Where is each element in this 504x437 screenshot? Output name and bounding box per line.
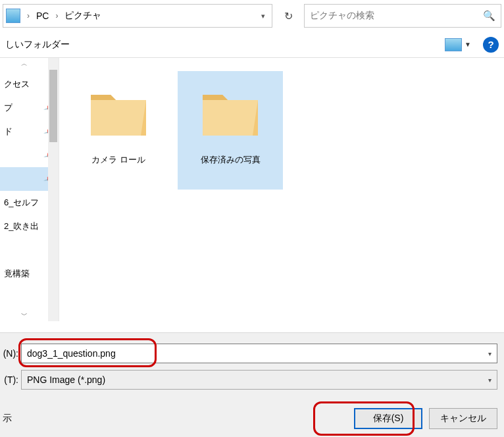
- save-button[interactable]: 保存(S): [354, 408, 422, 429]
- folder-item[interactable]: 保存済みの写真: [178, 71, 283, 190]
- search-input[interactable]: ピクチャの検索 🔍: [304, 4, 501, 28]
- filename-input[interactable]: [22, 348, 483, 359]
- chevron-down-icon[interactable]: ▾: [257, 12, 269, 20]
- folder-icon: [86, 80, 151, 146]
- chevron-down-icon[interactable]: ▼: [465, 41, 471, 48]
- new-folder-label[interactable]: しいフォルダー: [5, 39, 70, 51]
- filetype-select[interactable]: PNG Image (*.png) ▾: [21, 370, 497, 390]
- search-placeholder: ピクチャの検索: [310, 10, 483, 22]
- scrollbar[interactable]: [48, 58, 59, 321]
- chevron-right-icon: ›: [27, 11, 30, 20]
- sidebar: ︿ クセスプ📌ド📌📌📌6_セルフ2_吹き出竟構築 ﹀: [0, 58, 59, 321]
- sidebar-item-label: クセス: [4, 78, 30, 90]
- folder-label: 保存済みの写真: [201, 154, 261, 166]
- sidebar-item-label: 竟構築: [4, 268, 30, 280]
- folder-item[interactable]: カメラ ロール: [66, 71, 171, 190]
- chevron-down-icon[interactable]: ▾: [483, 350, 497, 357]
- sidebar-item-label: ド: [4, 126, 13, 138]
- refresh-button[interactable]: ↻: [278, 4, 299, 28]
- sidebar-item-label: 6_セルフ: [4, 197, 39, 209]
- scroll-up-icon[interactable]: ︿: [0, 59, 48, 68]
- filetype-value: PNG Image (*.png): [27, 374, 488, 385]
- sidebar-item-label: 2_吹き出: [4, 220, 39, 232]
- chevron-down-icon: ▾: [488, 376, 491, 384]
- sidebar-item-label: プ: [4, 102, 13, 114]
- breadcrumb-folder[interactable]: ピクチャ: [62, 9, 104, 23]
- pictures-library-icon: [6, 9, 20, 23]
- breadcrumb-pc[interactable]: PC: [34, 9, 51, 22]
- folder-label: カメラ ロール: [91, 154, 145, 166]
- scrollbar-thumb[interactable]: [49, 70, 57, 142]
- folder-grid: カメラ ロール 保存済みの写真: [59, 58, 504, 321]
- hide-folders-label[interactable]: 示: [3, 413, 12, 424]
- cancel-button[interactable]: キャンセル: [429, 408, 497, 429]
- filetype-label: (T):: [0, 374, 21, 385]
- view-mode-icon[interactable]: [445, 38, 462, 51]
- help-button[interactable]: ?: [483, 37, 499, 53]
- chevron-right-icon: ›: [55, 11, 58, 20]
- scroll-down-icon[interactable]: ﹀: [0, 311, 48, 320]
- filename-input-wrap[interactable]: ▾: [21, 344, 497, 363]
- breadcrumb[interactable]: › PC › ピクチャ ▾: [3, 4, 272, 28]
- filename-label: (N):: [0, 348, 21, 359]
- search-icon: 🔍: [483, 10, 495, 22]
- folder-icon: [197, 80, 263, 146]
